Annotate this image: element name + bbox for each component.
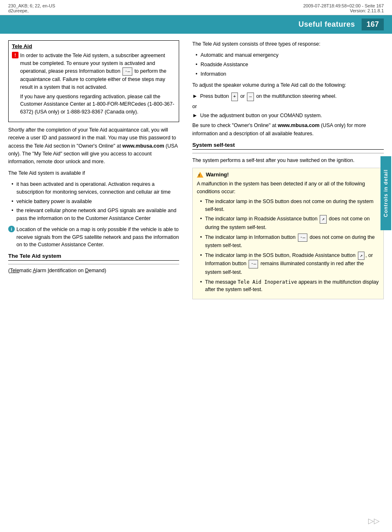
speaker-para: To adjust the speaker volume during a Te…	[192, 81, 384, 89]
header-left-bottom: d2ureepe,	[8, 8, 55, 13]
header-right-top: 2009-07-28T18:49:58+02:00 - Seite 167	[303, 3, 384, 8]
divider-1	[8, 264, 179, 264]
warning-bullet-3: The indicator lamp in Information button…	[200, 234, 379, 250]
activation-info: If you have any questions regarding acti…	[20, 93, 175, 116]
header-left: 230_AKB; 6; 22, en-US d2ureepe,	[8, 3, 55, 13]
page-number: 167	[362, 19, 384, 30]
warning-icon: !	[12, 52, 18, 58]
header-left-top: 230_AKB; 6; 22, en-US	[8, 3, 55, 8]
warning-bullet-5: The message Tele Aid Inoperative appears…	[200, 278, 379, 294]
shortly-after-para: Shortly after the completion of your Tel…	[8, 126, 179, 166]
arrow-text-1: Press button + or — on the multifunction…	[200, 93, 337, 101]
warning-bullet-1: The indicator lamp in the SOS button doe…	[200, 198, 379, 213]
side-tab-container: Controls in detail	[380, 156, 392, 230]
arrow-bullet-1: ► Press button + or — on the multifuncti…	[192, 93, 384, 101]
available-if-text: The Tele Aid system is available if	[8, 169, 179, 177]
system-self-test-title: System self-test	[192, 142, 384, 150]
tele-underline: Tele	[10, 268, 19, 273]
side-tab: Controls in detail	[380, 156, 391, 230]
page-footer: ▷▷	[368, 516, 380, 525]
info-bullet-text: Location of the vehicle on a map is only…	[16, 226, 179, 249]
warning-intro: A malfunction in the system has been det…	[197, 180, 379, 196]
info-bullet-row: i Location of the vehicle on a map is on…	[8, 226, 179, 249]
main-content: Tele Aid ! In order to activate the Tele…	[0, 34, 392, 306]
minus-button: —	[247, 93, 254, 101]
id-underline: I	[48, 268, 49, 273]
roadside-button-2: ↗	[358, 252, 365, 260]
roadside-button-1: ↗	[320, 215, 327, 224]
section-header-bar: Useful features 167	[0, 15, 392, 34]
warning-bullet-2: The indicator lamp in Roadside Assistanc…	[200, 215, 379, 231]
check-para: Be sure to check "Owner's Online" at www…	[192, 122, 384, 138]
response-bullets: Automatic and manual emergency Roadside …	[196, 51, 384, 78]
info-icon: i	[8, 226, 15, 232]
mbusa-link-2: www.mbusa.com	[278, 123, 320, 128]
three-types-para: The Tele Aid system consists of three ty…	[192, 40, 384, 48]
availability-bullets: it has been activated and is operational…	[12, 180, 179, 222]
arrow-text-2: Use the adjustment button on your COMAND…	[200, 112, 322, 120]
info-button-warn: ·—	[298, 234, 307, 242]
warning-box: Warning! A malfunction in the system has…	[192, 168, 384, 299]
warning-row: ! In order to activate the Tele Aid syst…	[12, 52, 175, 91]
header-right-bottom: Version: 2.11.8.1	[303, 8, 384, 13]
info-button-inline: ·—	[122, 67, 132, 76]
system-para: The system performs a self-test after yo…	[192, 157, 384, 164]
divider-2	[192, 153, 384, 153]
warning-triangle-icon	[197, 172, 203, 178]
demand-underline: D	[85, 268, 89, 273]
right-column: The Tele Aid system consists of three ty…	[189, 40, 384, 299]
plus-button: +	[231, 93, 238, 101]
warning-bullet-4: The indicator lamp in the SOS button, Ro…	[200, 252, 379, 276]
arrow-icon-2: ►	[192, 112, 198, 118]
response-bullet-1: Automatic and manual emergency	[196, 51, 384, 59]
header-right: 2009-07-28T18:49:58+02:00 - Seite 167 Ve…	[303, 3, 384, 13]
inoperative-text: Tele Aid Inoperative	[238, 279, 297, 285]
bullet-item-2: vehicle battery power is available	[12, 198, 179, 206]
arrow-icon-1: ►	[192, 93, 198, 99]
left-column: Tele Aid ! In order to activate the Tele…	[8, 40, 189, 299]
warning-box-title: Warning!	[197, 171, 379, 178]
warning-text: In order to activate the Tele Aid system…	[20, 52, 175, 91]
telematic-line: (Telematic Alarm Identification on Deman…	[8, 268, 179, 273]
bullet-item-1: it has been activated and is operational…	[12, 180, 179, 196]
alarm-underline: A	[33, 268, 36, 273]
tele-aid-box-title: Tele Aid	[12, 43, 175, 49]
tele-aid-box: Tele Aid ! In order to activate the Tele…	[8, 40, 179, 122]
mbusa-link: www.mbusa.com	[122, 143, 164, 149]
response-bullet-3: Information	[196, 70, 384, 78]
or-text: or	[192, 104, 384, 109]
section-title: Useful features	[298, 20, 355, 29]
bullet-item-3: the relevant cellular phone network and …	[12, 207, 179, 222]
response-bullet-2: Roadside Assistance	[196, 61, 384, 69]
page-header: 230_AKB; 6; 22, en-US d2ureepe, 2009-07-…	[0, 0, 392, 15]
tele-aid-system-title: The Tele Aid system	[8, 253, 179, 261]
info-button-warn-2: ·—	[249, 260, 258, 268]
arrow-bullet-2: ► Use the adjustment button on your COMA…	[192, 112, 384, 120]
warning-bullets: The indicator lamp in the SOS button doe…	[200, 198, 379, 294]
